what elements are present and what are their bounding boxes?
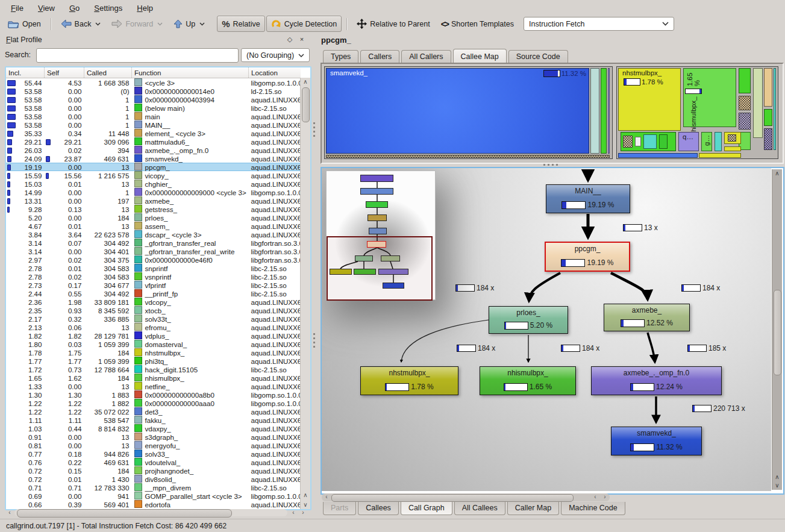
vertical-splitter[interactable]: [311, 32, 317, 519]
menu-item-go[interactable]: Go: [63, 2, 86, 14]
column-header-location[interactable]: Location: [249, 67, 301, 78]
table-row[interactable]: 1.221.221 8820x000000000000aaa0libgomp.s…: [6, 399, 301, 407]
table-row[interactable]: 3.140.07304 492_gfortran_transfer_realli…: [6, 239, 301, 247]
tab-callers[interactable]: Callers: [360, 50, 399, 63]
shorten-templates-toggle[interactable]: <> Shorten Templates: [436, 16, 519, 32]
table-row[interactable]: 0.760.22469 631vdoutelval_aquad.LINUXX64: [6, 458, 301, 466]
table-row[interactable]: 13.310.00197axmebe_aquad.LINUXX64: [6, 196, 301, 205]
table-row[interactable]: 2.361.9833 809 181vdcopy_aquad.LINUXX64: [6, 298, 301, 306]
scroll-left-icon[interactable]: ‹: [322, 493, 331, 501]
treemap-block-g[interactable]: g…: [701, 132, 712, 151]
relative-to-parent-toggle[interactable]: Relative to Parent: [352, 16, 434, 32]
table-row[interactable]: 29.2129.21309 096mattmuladu6_aquad.LINUX…: [6, 137, 301, 146]
scroll-up-icon[interactable]: ∧: [772, 169, 782, 178]
scroll-up-icon[interactable]: ∧: [772, 473, 782, 481]
back-button[interactable]: Back: [56, 16, 106, 32]
table-row[interactable]: 0.720.15184projhangnodet_aquad.LINUXX64: [6, 466, 301, 475]
tab-call-graph[interactable]: Call Graph: [401, 502, 452, 515]
table-row[interactable]: 53.580.001(below main)libc-2.15.so: [6, 104, 301, 112]
treemap-block-q[interactable]: q…: [678, 132, 699, 151]
scroll-right-icon[interactable]: ›: [298, 509, 308, 517]
menu-item-help[interactable]: Help: [131, 2, 159, 14]
menu-item-settings[interactable]: Settings: [88, 2, 128, 14]
tab-callees[interactable]: Callees: [358, 502, 399, 515]
treemap-block[interactable]: [739, 68, 751, 93]
scrollbar-thumb[interactable]: [331, 494, 574, 502]
treemap-block[interactable]: [618, 153, 698, 158]
table-row[interactable]: 1.651.62184nhismulbpx_aquad.LINUXX64: [6, 374, 301, 382]
graph-node-axmebe_-_omp_fn-0[interactable]: axmebe_._omp_fn.012.24 %: [591, 366, 722, 395]
table-row[interactable]: 24.0923.87469 631smamvekd_aquad.LINUXX64: [6, 154, 301, 163]
treemap-block[interactable]: [753, 68, 763, 138]
table-row[interactable]: 55.444.531 668 358<cycle 3>libgomp.so.1.…: [6, 78, 301, 87]
graph-node-nhismulbpx_[interactable]: nhismulbpx_1.65 %: [480, 366, 576, 395]
tab-types[interactable]: Types: [323, 50, 358, 63]
table-row[interactable]: 1.720.7312 788 664hack_digit.15105libc-2…: [6, 365, 301, 374]
dock-float-icon[interactable]: ◇: [285, 34, 295, 44]
table-row[interactable]: 1.301.301 8830x000000000000a8b0libgomp.s…: [6, 390, 301, 399]
treemap-block-nhstmulbpx_[interactable]: nhstmulbpx_1.78 %: [618, 68, 681, 131]
table-row[interactable]: 1.330.0013netfine_aquad.LINUXX64: [6, 382, 301, 390]
scroll-left-icon[interactable]: ‹: [590, 493, 600, 501]
treemap-block[interactable]: [590, 68, 599, 154]
table-row[interactable]: 53.580.00(0)0x00000000000014e0ld-2.15.so: [6, 87, 301, 95]
horizontal-splitter[interactable]: [321, 162, 782, 167]
treemap-block[interactable]: [764, 68, 772, 107]
treemap-block[interactable]: [623, 136, 633, 148]
table-row[interactable]: 19.190.0013ppcgm_aquad.LINUXX64: [6, 163, 301, 171]
tab-all-callees[interactable]: All Callees: [454, 502, 505, 515]
treemap-block[interactable]: [724, 146, 741, 151]
treemap-block[interactable]: [774, 68, 776, 150]
table-row[interactable]: 0.910.0013s3dgraph_aquad.LINUXX64: [6, 433, 301, 441]
table-row[interactable]: 2.350.938 345 592xtocb_aquad.LINUXX64: [6, 306, 301, 315]
scroll-up-icon[interactable]: ∧: [301, 491, 310, 499]
table-row[interactable]: 35.330.3411 448element_ <cycle 3>aquad.L…: [6, 129, 301, 137]
table-row[interactable]: 4.670.0113assem_aquad.LINUXX64: [6, 222, 301, 230]
table-row[interactable]: 5.200.00184prloes_aquad.LINUXX64: [6, 213, 301, 222]
table-row[interactable]: 2.780.01304 583snprintflibc-2.15.so: [6, 264, 301, 272]
treemap-block[interactable]: [715, 132, 722, 151]
table-row[interactable]: 2.170.32336 885solv33t_aquad.LINUXX64: [6, 315, 301, 323]
table-row[interactable]: 1.821.8228 129 781vdplus_aquad.LINUXX64: [6, 331, 301, 340]
treemap-block[interactable]: [643, 134, 657, 149]
table-row[interactable]: 0.710.7112 783 330__mpn_divremlibc-2.15.…: [6, 483, 301, 492]
scroll-down-icon[interactable]: ∨: [301, 501, 310, 509]
column-header-called[interactable]: Called: [84, 67, 132, 78]
tab-caller-map[interactable]: Caller Map: [507, 502, 559, 515]
scrollbar-thumb[interactable]: [774, 290, 781, 375]
column-header-incl[interactable]: Incl.: [6, 67, 45, 78]
table-row[interactable]: 1.771.771 059 399phi3tq_aquad.LINUXX64: [6, 357, 301, 365]
table-row[interactable]: 1.221.2235 072 022det3_aquad.LINUXX64: [6, 407, 301, 416]
table-row[interactable]: 15.5915.561 216 575vicopy_aquad.LINUXX64: [6, 171, 301, 180]
chevron-down-icon[interactable]: [95, 22, 101, 26]
table-row[interactable]: 2.440.55304 492__printf_fplibc-2.15.so: [6, 289, 301, 298]
tab-all-callers[interactable]: All Callers: [401, 50, 451, 63]
scroll-up-icon[interactable]: ∧: [301, 78, 310, 86]
scroll-down-icon[interactable]: ∨: [772, 481, 782, 490]
treemap-block[interactable]: [699, 153, 741, 158]
relative-toggle[interactable]: % Relative: [217, 16, 265, 32]
table-row[interactable]: 0.690.00941GOMP_parallel_start <cycle 3>…: [6, 492, 301, 500]
table-row[interactable]: 1.800.031 059 399domasterval_aquad.LINUX…: [6, 340, 301, 348]
table-row[interactable]: 26.030.02394axmebe_._omp_fn.0aquad.LINUX…: [6, 146, 301, 154]
chevron-down-icon[interactable]: [199, 22, 205, 26]
tab-machine-code[interactable]: Machine Code: [561, 502, 625, 515]
search-input[interactable]: [36, 48, 239, 63]
table-vertical-scrollbar[interactable]: ∧ ∧ ∨: [300, 78, 310, 509]
treemap-block[interactable]: [608, 68, 610, 154]
tab-callee-map[interactable]: Callee Map: [453, 49, 507, 63]
table-row[interactable]: 3.843.6422 623 578dscapr_ <cycle 3>aquad…: [6, 230, 301, 239]
table-row[interactable]: 0.720.011 430div8solid_aquad.LINUXX64: [6, 475, 301, 483]
table-row[interactable]: 2.780.02304 583vsnprintflibc-2.15.so: [6, 272, 301, 281]
open-button[interactable]: Open: [2, 16, 46, 32]
menu-item-file[interactable]: File: [5, 2, 30, 14]
treemap-block[interactable]: [635, 137, 641, 146]
treemap-block[interactable]: [601, 68, 607, 154]
dock-close-icon[interactable]: ×: [297, 34, 307, 44]
treemap-block[interactable]: [764, 128, 772, 150]
graph-node-smamvekd_[interactable]: smamvekd_11.32 %: [611, 427, 702, 455]
treemap-block-smamvekd_[interactable]: smamvekd_11.32 %: [326, 68, 589, 154]
table-row[interactable]: 53.580.001mainaquad.LINUXX64: [6, 112, 301, 120]
table-row[interactable]: 2.130.0613efromu_aquad.LINUXX64: [6, 323, 301, 331]
overview-viewport[interactable]: [327, 236, 433, 301]
